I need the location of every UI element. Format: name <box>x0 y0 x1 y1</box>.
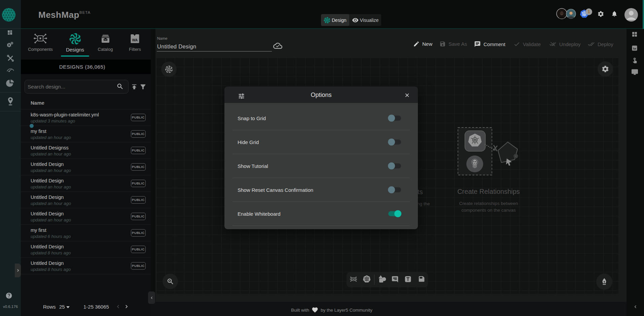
svg-text:WA: WA <box>132 38 138 42</box>
